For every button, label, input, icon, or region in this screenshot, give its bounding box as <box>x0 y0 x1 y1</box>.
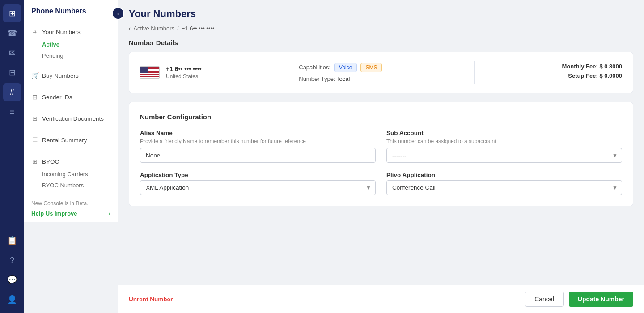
application-type-label: Application Type <box>140 172 376 178</box>
us-flag <box>140 66 160 79</box>
help-icon: ? <box>10 256 14 265</box>
support-icon: 💬 <box>7 275 17 285</box>
nav-section-rental-summary: ☰ Rental Summary <box>24 129 118 151</box>
grid-icon: # <box>10 88 14 97</box>
main-content: Your Numbers ‹ Active Numbers / +1 6•• •… <box>118 0 644 313</box>
capabilities-section: Capabilities: Voice SMS Number Type: loc… <box>299 63 463 82</box>
nav-section-verification-docs: ⊟ Verification Documents <box>24 108 118 129</box>
sidebar-subitem-active[interactable]: Active <box>24 39 118 50</box>
number-type-value: local <box>338 76 350 82</box>
unrent-number-button[interactable]: Unrent Number <box>129 296 173 303</box>
alias-name-group: Alias Name Provide a friendly Name to re… <box>140 130 376 163</box>
list-icon: ≡ <box>10 107 15 117</box>
capabilities-row: Capabilities: Voice SMS <box>299 63 463 72</box>
alias-name-input[interactable] <box>140 148 376 163</box>
nav-section-sender-ids: ⊟ Sender IDs <box>24 86 118 108</box>
help-icon-item[interactable]: ? <box>3 251 21 269</box>
flow-icon: ⊟ <box>9 68 16 77</box>
monthly-fee-value: $ 0.8000 <box>599 63 622 70</box>
grid-icon-item[interactable]: # <box>3 83 21 101</box>
user-icon-item[interactable]: 👤 <box>3 291 21 309</box>
chevron-left-icon: ‹ <box>117 10 119 17</box>
sidebar-footer: New Console is in Beta. Help Us Improve … <box>24 195 118 222</box>
breadcrumb-current: +1 6•• ••• •••• <box>182 25 215 32</box>
beta-text: New Console is in Beta. <box>31 200 110 207</box>
cart-icon: 🛒 <box>31 72 38 79</box>
support-icon-item[interactable]: 💬 <box>3 271 21 289</box>
setup-fee-label: Setup Fee: <box>568 72 597 79</box>
config-grid: Alias Name Provide a friendly Name to re… <box>140 130 622 195</box>
sidebar-item-your-numbers[interactable]: # Your Numbers <box>24 25 118 39</box>
phone-icon-item[interactable]: ☎ <box>3 24 21 42</box>
sub-account-label: Sub Account <box>386 130 622 136</box>
nav-section-byoc: ⊞ BYOC Incoming Carriers BYOC Numbers <box>24 151 118 195</box>
message-icon-item[interactable]: ✉ <box>3 44 21 62</box>
setup-fee-value: $ 0.0000 <box>599 72 622 79</box>
vertical-divider <box>288 61 288 84</box>
sidebar-item-sender-ids[interactable]: ⊟ Sender IDs <box>24 90 118 104</box>
rental-icon: ☰ <box>31 136 38 144</box>
application-type-group: Application Type XML Application Plivo A… <box>140 172 376 195</box>
number-info: +1 6•• ••• •••• United States <box>166 65 202 80</box>
plivo-application-group: Plivo Application Conference Call None ▼ <box>386 172 622 195</box>
monthly-fee-label: Monthly Fee: <box>562 63 598 70</box>
fees-section: Monthly Fee: $ 0.8000 Setup Fee: $ 0.000… <box>485 63 622 82</box>
number-type-label: Number Type: <box>299 76 335 82</box>
alias-name-hint: Provide a friendly Name to remember this… <box>140 138 376 144</box>
nav-section-buy-numbers: 🛒 Buy Numbers <box>24 65 118 86</box>
back-button[interactable]: ‹ <box>129 25 131 32</box>
page-title: Your Numbers <box>129 8 633 20</box>
sidebar-item-rental-summary[interactable]: ☰ Rental Summary <box>24 133 118 147</box>
chevron-right-icon: › <box>109 210 110 217</box>
update-number-button[interactable]: Update Number <box>569 292 633 307</box>
alias-name-label: Alias Name <box>140 130 376 136</box>
sidebar-subitem-byoc-numbers[interactable]: BYOC Numbers <box>24 180 118 191</box>
config-title: Number Configuration <box>140 113 622 121</box>
sub-account-select[interactable]: ------- <box>386 148 622 163</box>
application-type-select[interactable]: XML Application Plivo Application <box>140 180 376 195</box>
sub-account-group: Sub Account This number can be assigned … <box>386 130 622 163</box>
user-icon: 👤 <box>7 295 17 305</box>
sms-badge: SMS <box>360 63 382 72</box>
sidebar-item-sender-ids-label: Sender IDs <box>42 94 72 101</box>
phone-icon: ☎ <box>7 28 17 38</box>
sidebar-item-verification-docs-label: Verification Documents <box>42 115 104 122</box>
sidebar-item-byoc-label: BYOC <box>42 158 59 165</box>
footer-actions: Cancel Update Number <box>525 292 633 307</box>
sidebar-subitem-incoming-carriers[interactable]: Incoming Carriers <box>24 169 118 180</box>
sidebar-collapse-button[interactable]: ‹ <box>112 7 124 20</box>
invoice-icon-item[interactable]: 📋 <box>3 232 21 250</box>
nav-section-your-numbers: # Your Numbers Active Pending <box>24 21 118 65</box>
list-icon-item[interactable]: ≡ <box>3 103 21 121</box>
phone-number: +1 6•• ••• •••• <box>166 65 202 72</box>
vertical-divider-2 <box>474 61 475 84</box>
help-improve-label: Help Us Improve <box>31 210 77 217</box>
byoc-icon: ⊞ <box>31 158 38 165</box>
phone-country: United States <box>166 73 202 80</box>
sidebar-item-rental-summary-label: Rental Summary <box>42 137 87 144</box>
icon-sidebar: ⊞ ☎ ✉ ⊟ # ≡ 📋 ? 💬 👤 <box>0 0 24 313</box>
flow-icon-item[interactable]: ⊟ <box>3 63 21 81</box>
sidebar-item-verification-docs[interactable]: ⊟ Verification Documents <box>24 111 118 126</box>
sidebar-item-buy-numbers-label: Buy Numbers <box>42 72 79 79</box>
breadcrumb-parent[interactable]: Active Numbers <box>133 25 174 32</box>
sender-icon: ⊟ <box>31 93 38 101</box>
sidebar-item-buy-numbers[interactable]: 🛒 Buy Numbers <box>24 68 118 83</box>
sidebar-item-your-numbers-label: Your Numbers <box>42 29 80 35</box>
breadcrumb-separator: / <box>177 25 179 32</box>
plivo-application-select-wrapper: Conference Call None ▼ <box>386 180 622 195</box>
sidebar-subitem-pending[interactable]: Pending <box>24 50 118 61</box>
help-improve-button[interactable]: Help Us Improve › <box>31 210 110 217</box>
number-details-card: +1 6•• ••• •••• United States Capabiliti… <box>129 52 633 93</box>
number-type-row: Number Type: local <box>299 76 463 82</box>
dashboard-icon: ⊞ <box>9 8 16 18</box>
voice-badge: Voice <box>334 63 357 72</box>
breadcrumb: ‹ Active Numbers / +1 6•• ••• •••• <box>129 25 633 32</box>
plivo-application-select[interactable]: Conference Call None <box>386 180 622 195</box>
sidebar-item-byoc[interactable]: ⊞ BYOC <box>24 154 118 169</box>
nav-sidebar: Phone Numbers # Your Numbers Active Pend… <box>24 0 118 222</box>
cancel-button[interactable]: Cancel <box>525 292 564 307</box>
number-flag-section: +1 6•• ••• •••• United States <box>140 65 277 80</box>
content-area: ‹ Active Numbers / +1 6•• ••• •••• Numbe… <box>118 25 644 285</box>
dashboard-icon-item[interactable]: ⊞ <box>3 4 21 22</box>
